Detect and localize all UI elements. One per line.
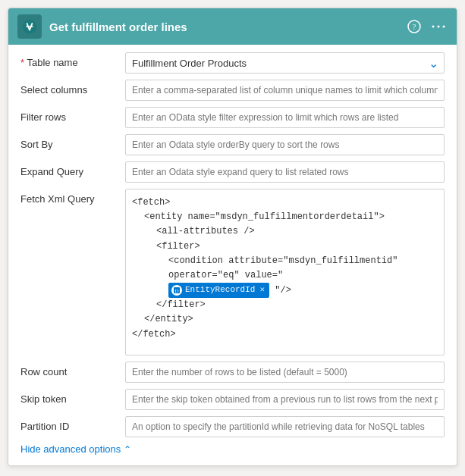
expand-query-row: Expand Query bbox=[20, 161, 445, 183]
svg-text:D: D bbox=[174, 288, 178, 294]
expand-query-input[interactable] bbox=[125, 161, 445, 183]
header-actions: ? bbox=[405, 17, 448, 36]
xml-line-condition: <condition attribute="msdyn_fulfillmenti… bbox=[168, 254, 438, 283]
row-count-label: Row count bbox=[20, 362, 119, 377]
token-label: EntityRecordId bbox=[185, 283, 255, 297]
partition-id-row: Partition ID bbox=[20, 416, 445, 437]
xml-line-entity-close: </entity> bbox=[144, 312, 438, 327]
fetch-xml-query-area[interactable]: <fetch> <entity name="msdyn_fulfillmento… bbox=[125, 189, 445, 355]
token-close-icon[interactable]: ✕ bbox=[259, 283, 265, 297]
xml-line-fetch-open: <fetch> bbox=[132, 196, 438, 210]
chevron-up-icon: ⌃ bbox=[124, 444, 131, 455]
svg-point-3 bbox=[432, 26, 435, 28]
fetch-xml-query-label: Fetch Xml Query bbox=[20, 189, 119, 205]
xml-line-filter-open: <filter> bbox=[156, 240, 438, 254]
filter-rows-label: Filter rows bbox=[20, 107, 119, 123]
sort-by-label: Sort By bbox=[20, 134, 119, 150]
svg-point-5 bbox=[443, 26, 445, 28]
help-button[interactable]: ? bbox=[405, 17, 423, 36]
card-title: Get fulfillment order lines bbox=[49, 20, 397, 33]
entity-record-id-token[interactable]: D EntityRecordId ✕ bbox=[168, 283, 269, 298]
hide-advanced-button[interactable]: Hide advanced options ⌃ bbox=[20, 443, 131, 455]
more-options-button[interactable] bbox=[429, 17, 448, 36]
skip-token-label: Skip token bbox=[20, 389, 119, 405]
partition-id-label: Partition ID bbox=[20, 416, 119, 432]
card-header: Get fulfillment order lines ? bbox=[8, 8, 457, 45]
sort-by-row: Sort By bbox=[20, 134, 445, 155]
xml-line-token: D EntityRecordId ✕ "/> bbox=[168, 283, 438, 298]
expand-query-label: Expand Query bbox=[20, 161, 119, 177]
fetch-xml-query-row: Fetch Xml Query <fetch> <entity name="ms… bbox=[20, 189, 445, 355]
table-name-label: Table name bbox=[20, 52, 119, 68]
svg-point-4 bbox=[438, 26, 440, 28]
svg-text:?: ? bbox=[413, 22, 416, 31]
select-columns-input[interactable] bbox=[125, 80, 445, 101]
xml-line-all-attributes: <all-attributes /> bbox=[156, 224, 438, 239]
xml-after-token: "/> bbox=[275, 285, 291, 296]
token-chip-logo: D bbox=[171, 285, 182, 296]
sort-by-input[interactable] bbox=[125, 134, 445, 155]
xml-line-entity: <entity name="msdyn_fulfillmentorderdeta… bbox=[144, 210, 438, 224]
skip-token-input[interactable] bbox=[125, 389, 445, 410]
row-count-row: Row count bbox=[20, 362, 445, 383]
xml-line-fetch-close: </fetch> bbox=[132, 327, 438, 342]
skip-token-row: Skip token bbox=[20, 389, 445, 410]
partition-id-input[interactable] bbox=[125, 416, 445, 437]
select-columns-row: Select columns bbox=[20, 80, 445, 101]
filter-rows-input[interactable] bbox=[125, 107, 445, 128]
card-container: Get fulfillment order lines ? Table name bbox=[8, 8, 457, 466]
table-name-select[interactable]: Fulfillment Order Products bbox=[125, 52, 445, 74]
card-body: Table name Fulfillment Order Products ⌄ … bbox=[8, 45, 457, 465]
filter-rows-row: Filter rows bbox=[20, 107, 445, 128]
xml-line-filter-close: </filter> bbox=[156, 298, 438, 312]
table-name-select-wrapper: Fulfillment Order Products ⌄ bbox=[125, 52, 445, 74]
select-columns-label: Select columns bbox=[20, 80, 119, 96]
row-count-input[interactable] bbox=[125, 362, 445, 383]
app-logo bbox=[17, 14, 42, 39]
table-name-row: Table name Fulfillment Order Products ⌄ bbox=[20, 52, 445, 74]
hide-advanced-label: Hide advanced options bbox=[20, 443, 121, 455]
